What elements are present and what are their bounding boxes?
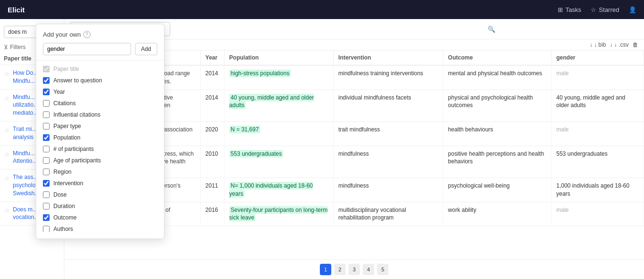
checkbox-paper-type[interactable] — [43, 123, 50, 130]
cell-gender: male — [552, 202, 644, 226]
checkbox-label: Age of participants — [53, 157, 157, 164]
paper-title-3: Trait mi...analysis — [13, 125, 37, 141]
delete-button[interactable]: 🗑 — [633, 41, 638, 48]
help-icon[interactable]: ? — [83, 31, 91, 38]
cell-year: 2014 — [200, 90, 224, 121]
checkbox-label: Influential citations — [53, 111, 157, 118]
page-4[interactable]: 4 — [363, 264, 374, 275]
col-header-year: Year — [200, 50, 224, 65]
page-1[interactable]: 1 — [320, 264, 331, 275]
checkbox-year[interactable] — [43, 89, 50, 95]
star-icon-4[interactable]: ☆ — [4, 150, 10, 158]
user-icon: 👤 — [629, 6, 636, 13]
download-bib-icon: ↓ — [590, 41, 593, 48]
star-icon-1[interactable]: ☆ — [4, 70, 10, 78]
checkbox-item: Paper title — [36, 63, 164, 75]
cell-year: 2010 — [200, 146, 224, 178]
star-icon-3[interactable]: ☆ — [4, 126, 10, 134]
checkbox-dose[interactable] — [43, 191, 50, 198]
bib-export-button[interactable]: ↓ ↓ bib — [590, 41, 606, 48]
cell-year: 2014 — [200, 65, 224, 90]
checkbox-label: Paper type — [53, 123, 157, 130]
checkbox-label: Region — [53, 169, 157, 175]
cell-gender: 1,000 individuals aged 18-60 years — [552, 178, 644, 202]
cell-population: high-stress populations — [224, 65, 333, 90]
add-own-button[interactable]: Add — [135, 43, 157, 55]
checkbox-answer-to-question[interactable] — [43, 77, 50, 84]
paper-title-6: Does m...vocation... — [13, 206, 39, 222]
page-3[interactable]: 3 — [348, 264, 360, 275]
cell-outcome: mental and physical health outcomes — [443, 65, 551, 90]
bib-label: ↓ bib — [594, 41, 606, 48]
cell-population: Seventy-four participants on long-term s… — [224, 202, 333, 226]
checkbox-outcome[interactable] — [43, 214, 50, 221]
checkbox-item[interactable]: Intervention — [36, 178, 164, 189]
starred-nav-item[interactable]: ☆ Starred — [591, 6, 619, 13]
checkbox-item[interactable]: Age of participants — [36, 155, 164, 166]
trash-icon: 🗑 — [633, 41, 638, 48]
cell-outcome: psychological well-being — [443, 178, 551, 202]
checkbox-population[interactable] — [43, 134, 50, 141]
checkbox-region[interactable] — [43, 169, 50, 175]
add-own-input[interactable] — [43, 43, 131, 55]
checkbox-influential-citations[interactable] — [43, 111, 50, 118]
checkbox-item[interactable]: Paper type — [36, 120, 164, 132]
cell-intervention: mindfulness training interventions — [333, 65, 443, 90]
csv-export-button[interactable]: ↓ ↓ .csv — [610, 41, 629, 48]
checkbox-item[interactable]: Citations — [36, 98, 164, 109]
cell-year: 2020 — [200, 121, 224, 146]
cell-gender: 40 young, middle aged and older adults — [552, 90, 644, 121]
cell-outcome: health behaviours — [443, 121, 551, 146]
checkbox-item[interactable]: Answer to question — [36, 75, 164, 86]
filter-icon: ⊻ — [4, 44, 8, 50]
checkbox-item[interactable]: Dose — [36, 189, 164, 200]
add-own-row: Add — [36, 43, 164, 60]
col-header-outcome: Outcome — [443, 50, 551, 65]
paper-title-4: Mindfu...Attentio... — [13, 149, 37, 166]
checkbox-item[interactable]: Year — [36, 86, 164, 98]
page-2[interactable]: 2 — [334, 264, 346, 275]
cell-population: 553 undergraduates — [224, 146, 333, 178]
checkbox-item[interactable]: # of participants — [36, 143, 164, 155]
checkbox-item[interactable]: Region — [36, 166, 164, 178]
checkbox-item[interactable]: Duration — [36, 200, 164, 212]
tasks-grid-icon: ⊞ — [558, 6, 563, 13]
checkbox-authors[interactable] — [43, 226, 50, 232]
main-area: does m ⊻ Filters Paper title ☆ How Do...… — [0, 19, 644, 279]
checkbox-item[interactable]: Influential citations — [36, 109, 164, 120]
star-icon-5[interactable]: ☆ — [4, 174, 10, 182]
user-nav-item[interactable]: 👤 — [629, 6, 636, 13]
checkbox-label: Outcome — [53, 214, 157, 221]
paper-title-1: How Do...Mindfu... — [13, 69, 38, 85]
cell-intervention: trait mindfulness — [333, 121, 443, 146]
cell-outcome: work ability — [443, 202, 551, 226]
checkbox-list: Paper titleAnswer to questionYearCitatio… — [36, 60, 164, 232]
cell-intervention: multidisciplinary vocational rehabilitat… — [333, 202, 443, 226]
checkbox-citations[interactable] — [43, 100, 50, 107]
checkbox-intervention[interactable] — [43, 180, 50, 187]
cell-intervention: individual mindfulness facets — [333, 90, 443, 121]
col-header-population: Population — [224, 50, 333, 65]
checkbox-item[interactable]: Authors — [36, 223, 164, 232]
checkbox-item[interactable]: Outcome — [36, 212, 164, 223]
checkbox-label: Population — [53, 134, 157, 141]
checkbox-label: Citations — [53, 100, 157, 107]
col-header-gender: gender — [552, 50, 644, 65]
cell-gender: male — [552, 65, 644, 90]
checkbox-age-of-participants[interactable] — [43, 157, 50, 164]
checkbox-item[interactable]: Population — [36, 132, 164, 143]
checkbox-duration[interactable] — [43, 203, 50, 209]
nav-right: ⊞ Tasks ☆ Starred 👤 — [558, 6, 636, 13]
cell-outcome: physical and psychological health outcom… — [443, 90, 551, 121]
cell-year: 2011 — [200, 178, 224, 202]
cell-year: 2016 — [200, 202, 224, 226]
star-icon-2[interactable]: ☆ — [4, 94, 10, 102]
checkbox-label: Year — [53, 89, 157, 95]
checkbox-label: Paper title — [53, 66, 157, 72]
star-icon-6[interactable]: ☆ — [4, 207, 10, 214]
checkbox-label: Intervention — [53, 180, 157, 187]
tasks-nav-item[interactable]: ⊞ Tasks — [558, 6, 581, 13]
checkbox-paper-title — [43, 66, 50, 72]
checkbox-#-of-participants[interactable] — [43, 146, 50, 152]
page-5[interactable]: 5 — [377, 264, 388, 275]
